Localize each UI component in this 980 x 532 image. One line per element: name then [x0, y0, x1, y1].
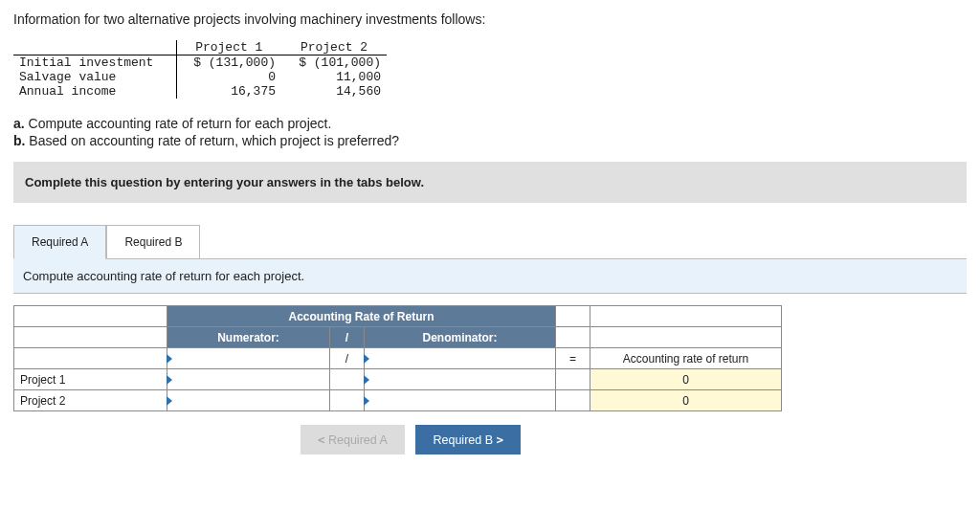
- denominator-header: Denominator:: [365, 327, 556, 348]
- dropdown-icon: [167, 375, 172, 385]
- slash-header: /: [330, 327, 365, 348]
- dropdown-icon: [364, 375, 369, 385]
- question-a: Compute accounting rate of return for ea…: [29, 116, 332, 131]
- prev-button: < Required A: [301, 425, 405, 454]
- denominator-select[interactable]: [365, 348, 556, 369]
- blank: [556, 327, 590, 348]
- cell-p1: $ (131,000): [176, 55, 281, 71]
- col-header-p1: Project 1: [176, 40, 281, 55]
- row-label: Initial investment: [13, 55, 176, 71]
- intro-text: Information for two alternative projects…: [13, 11, 967, 27]
- cell-p1: 0: [176, 70, 281, 84]
- nav-row: < Required A Required B >: [13, 425, 808, 454]
- blank: [590, 306, 782, 327]
- numerator-header: Numerator:: [167, 327, 330, 348]
- answer-table: Accounting Rate of Return Numerator: / D…: [13, 305, 782, 411]
- result-p1: 0: [590, 369, 782, 390]
- tab-bar: Required A Required B: [13, 224, 967, 258]
- row-label-p2: Project 2: [14, 390, 167, 411]
- dropdown-icon: [364, 396, 369, 406]
- col-header-p2: Project 2: [281, 40, 387, 55]
- given-data-table: Project 1 Project 2 Initial investment $…: [13, 40, 387, 99]
- cell-p2: 11,000: [281, 70, 387, 84]
- instruction-bar: Complete this question by entering your …: [13, 162, 967, 203]
- sub-instruction: Compute accounting rate of return for ea…: [13, 258, 967, 294]
- tab-required-a[interactable]: Required A: [13, 225, 106, 259]
- blank: [556, 306, 590, 327]
- blank: [14, 348, 167, 369]
- table-title: Accounting Rate of Return: [167, 306, 556, 327]
- chevron-right-icon: >: [497, 432, 504, 447]
- numerator-input-p1[interactable]: [167, 369, 330, 390]
- denominator-input-p1[interactable]: [365, 369, 556, 390]
- row-label: Salvage value: [13, 70, 176, 84]
- blank: [556, 390, 590, 411]
- dropdown-icon: [167, 354, 172, 364]
- cell-p2: 14,560: [281, 84, 387, 99]
- question-list: a. Compute accounting rate of return for…: [13, 116, 967, 148]
- blank: [14, 327, 167, 348]
- dropdown-icon: [167, 396, 172, 406]
- blank: [330, 390, 365, 411]
- blank: [590, 327, 782, 348]
- row-label: Annual income: [13, 84, 176, 99]
- prev-label: Required A: [328, 433, 388, 447]
- cell-p2: $ (101,000): [281, 55, 387, 71]
- blank-header: [13, 40, 176, 55]
- row-label-p1: Project 1: [14, 369, 167, 390]
- blank-corner: [14, 306, 167, 327]
- denominator-input-p2[interactable]: [365, 390, 556, 411]
- cell-p1: 16,375: [176, 84, 281, 99]
- blank: [330, 369, 365, 390]
- numerator-input-p2[interactable]: [167, 390, 330, 411]
- numerator-select[interactable]: [167, 348, 330, 369]
- result-header-label: Accounting rate of return: [590, 348, 782, 369]
- dropdown-icon: [364, 354, 369, 364]
- chevron-left-icon: <: [318, 432, 325, 447]
- result-p2: 0: [590, 390, 782, 411]
- question-b: Based on accounting rate of return, whic…: [29, 133, 399, 148]
- next-label: Required B: [433, 433, 493, 447]
- tab-required-b[interactable]: Required B: [106, 225, 200, 259]
- slash: /: [330, 348, 365, 369]
- blank: [556, 369, 590, 390]
- next-button[interactable]: Required B >: [415, 425, 521, 454]
- equals: =: [556, 348, 590, 369]
